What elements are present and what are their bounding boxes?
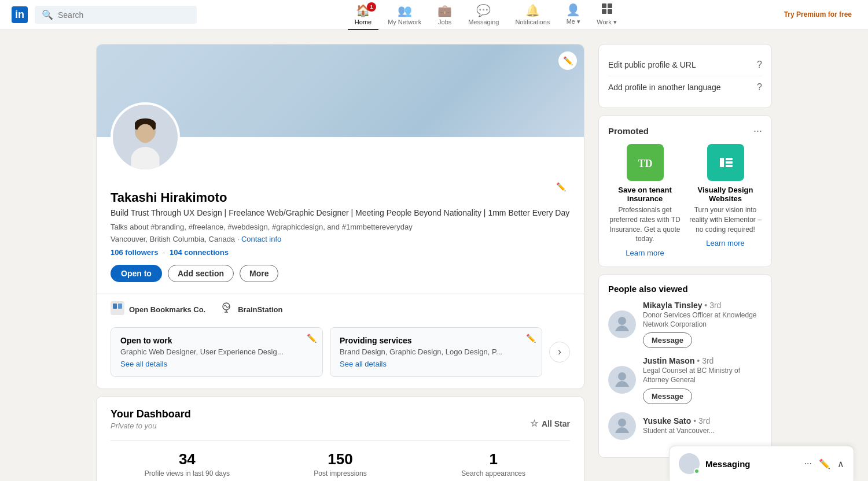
- nav-me[interactable]: 👤 Me ▾: [559, 0, 587, 30]
- td-learn-more-link[interactable]: Learn more: [626, 249, 664, 257]
- add-language-row[interactable]: Add profile in another language ?: [608, 76, 762, 98]
- nav-right: Try Premium for free: [779, 10, 856, 20]
- notifications-icon: 🔔: [525, 3, 540, 17]
- profile-hashtags: Talks about #branding, #freelance, #webd…: [111, 223, 570, 231]
- contact-info-link[interactable]: Contact info: [241, 235, 281, 243]
- affiliation-open-bookmarks[interactable]: Open Bookmarks Co.: [111, 294, 205, 318]
- all-star-badge: ☆ All Star: [530, 418, 570, 429]
- all-star-label: All Star: [542, 419, 570, 428]
- pav-title-justin: Legal Counsel at BC Ministry of Attorney…: [643, 367, 762, 384]
- mini-cards-next-button[interactable]: ›: [549, 342, 570, 362]
- people-also-viewed-header: People also viewed: [608, 284, 762, 294]
- messaging-left: Messaging: [679, 453, 751, 474]
- stat-post-impressions[interactable]: 150 Post impressions: [264, 450, 417, 478]
- nav-messaging[interactable]: 💬 Messaging: [461, 0, 506, 30]
- promoted-header: Promoted ···: [608, 125, 762, 137]
- affiliation-brainstation[interactable]: BrainStation: [219, 294, 282, 318]
- edit-providing-services-button[interactable]: ✏️: [526, 334, 536, 343]
- pav-name-yusuke: Yusuke Sato • 3rd: [643, 416, 762, 426]
- open-to-work-link[interactable]: See all details: [120, 360, 313, 368]
- messaging-icons: ··· ✏️ ∧: [804, 458, 844, 469]
- more-button[interactable]: More: [240, 265, 278, 282]
- nav-work[interactable]: Work ▾: [590, 0, 624, 30]
- messaging-collapse-button[interactable]: ∧: [837, 458, 844, 469]
- promoted-options-button[interactable]: ···: [753, 125, 762, 137]
- pav-info-yusuke: Yusuke Sato • 3rd Student at Vancouver..…: [643, 416, 762, 436]
- connections-link[interactable]: 104 connections: [170, 248, 229, 257]
- svg-rect-1: [608, 3, 612, 8]
- pav-message-justin-button[interactable]: Message: [643, 388, 692, 404]
- pav-item-mikayla: Mikayla Tinsley • 3rd Donor Services Off…: [608, 301, 762, 348]
- svg-rect-20: [726, 165, 733, 167]
- svg-rect-8: [111, 301, 124, 315]
- td-logo: TD: [627, 144, 664, 181]
- svg-rect-3: [608, 9, 612, 14]
- messaging-compose-button[interactable]: ✏️: [819, 458, 830, 469]
- pav-item-yusuke: Yusuke Sato • 3rd Student at Vancouver..…: [608, 412, 762, 440]
- pav-avatar-justin: [608, 366, 636, 394]
- svg-rect-0: [602, 3, 606, 8]
- nav-my-network[interactable]: 👥 My Network: [381, 0, 428, 30]
- svg-point-21: [618, 317, 626, 325]
- td-promo-name: Save on tenant insurance: [608, 186, 682, 203]
- dashboard-subtitle: Private to you: [111, 421, 191, 430]
- elementor-learn-more-link[interactable]: Learn more: [706, 239, 744, 247]
- nav-home-label: Home: [355, 18, 372, 25]
- elementor-promo-desc: Turn your vision into reality with Eleme…: [689, 205, 762, 234]
- search-bar[interactable]: 🔍: [35, 6, 197, 24]
- stat-search-appearances[interactable]: 1 Search appearances: [417, 450, 570, 478]
- star-icon: ☆: [530, 418, 538, 429]
- elementor-promo-name: Visually Design Websites: [689, 186, 762, 203]
- providing-services-link[interactable]: See all details: [340, 360, 532, 368]
- profile-url-card: Edit public profile & URL ? Add profile …: [598, 44, 772, 108]
- edit-banner-button[interactable]: ✏️: [558, 51, 577, 70]
- right-column: Edit public profile & URL ? Add profile …: [598, 44, 772, 481]
- add-language-help[interactable]: ?: [757, 82, 762, 92]
- open-bookmarks-icon: [111, 301, 124, 318]
- pav-avatar-yusuke: [608, 412, 636, 440]
- nav-notifications[interactable]: 🔔 Notifications: [508, 0, 557, 30]
- pav-message-mikayla-button[interactable]: Message: [643, 332, 692, 348]
- stat-post-impressions-number: 150: [269, 450, 413, 468]
- pav-title-yusuke: Student at Vancouver...: [643, 427, 762, 436]
- edit-open-to-work-button[interactable]: ✏️: [307, 334, 317, 343]
- pav-name-mikayla: Mikayla Tinsley • 3rd: [643, 301, 762, 310]
- open-to-button[interactable]: Open to: [111, 265, 162, 282]
- edit-profile-button[interactable]: ✏️: [551, 177, 570, 196]
- profile-card: ✏️: [96, 44, 584, 389]
- messaging-title: Messaging: [705, 459, 751, 469]
- stat-post-impressions-label: Post impressions: [269, 469, 413, 478]
- edit-profile-url-row[interactable]: Edit public profile & URL ?: [608, 54, 762, 76]
- dashboard-card: Your Dashboard Private to you ☆ All Star…: [96, 396, 584, 481]
- left-column: ✏️: [96, 44, 584, 481]
- svg-rect-9: [113, 304, 117, 309]
- dashboard-stats: 34 Profile views in last 90 days 150 Pos…: [111, 441, 570, 478]
- add-section-button[interactable]: Add section: [168, 265, 234, 282]
- nav-work-label: Work ▾: [597, 18, 617, 26]
- my-network-icon: 👥: [398, 3, 412, 17]
- messaging-widget-header[interactable]: Messaging ··· ✏️ ∧: [670, 446, 854, 481]
- svg-rect-10: [118, 304, 122, 309]
- edit-profile-url-help[interactable]: ?: [757, 60, 762, 70]
- stat-profile-views[interactable]: 34 Profile views in last 90 days: [111, 450, 264, 478]
- stat-search-appearances-number: 1: [421, 450, 565, 468]
- linkedin-logo[interactable]: in: [12, 6, 28, 23]
- svg-point-23: [618, 419, 626, 427]
- profile-mini-cards: ✏️ Open to work Graphic Web Designer, Us…: [97, 327, 584, 388]
- jobs-icon: 💼: [437, 3, 452, 17]
- promoted-items: TD Save on tenant insurance Professional…: [608, 144, 762, 257]
- brainstation-icon: [219, 301, 233, 318]
- navbar: in 🔍 🏠 Home 1 👥 My Network 💼 Jobs 💬 Mess…: [0, 0, 868, 30]
- followers-link[interactable]: 106 followers: [111, 248, 158, 257]
- nav-home[interactable]: 🏠 Home 1: [348, 0, 378, 30]
- online-indicator: [694, 468, 700, 474]
- dashboard-header: Your Dashboard Private to you ☆ All Star: [111, 408, 570, 439]
- dashboard-title: Your Dashboard: [111, 408, 191, 420]
- search-input[interactable]: [58, 10, 190, 20]
- try-premium-button[interactable]: Try Premium for free: [779, 10, 856, 20]
- open-to-work-card: ✏️ Open to work Graphic Web Designer, Us…: [111, 327, 323, 377]
- promoted-title: Promoted: [608, 126, 649, 136]
- messaging-dots-button[interactable]: ···: [804, 458, 812, 469]
- search-icon: 🔍: [42, 9, 53, 20]
- nav-jobs[interactable]: 💼 Jobs: [431, 0, 459, 30]
